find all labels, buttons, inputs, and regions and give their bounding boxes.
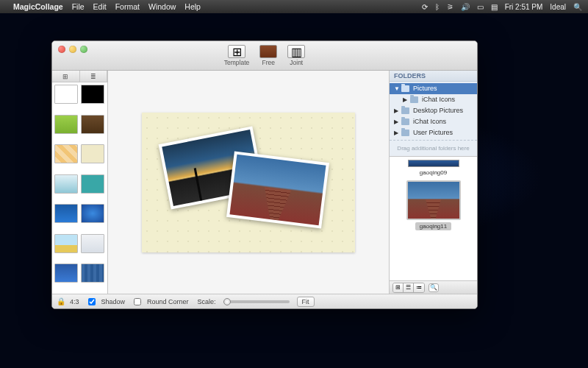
folder-label: iChat Icons bbox=[422, 95, 455, 105]
folder-label: Pictures bbox=[413, 84, 437, 93]
template-label: Template bbox=[224, 59, 250, 66]
clock[interactable]: Fri 2:51 PM bbox=[505, 3, 543, 11]
collage-canvas[interactable] bbox=[142, 113, 355, 252]
background-thumb[interactable] bbox=[81, 144, 104, 163]
tab-list[interactable]: ≣ bbox=[80, 71, 108, 82]
folder-label: User Pictures bbox=[413, 128, 453, 138]
folder-icon bbox=[410, 96, 418, 103]
folder-icon bbox=[401, 118, 409, 125]
folder-icon bbox=[401, 85, 409, 92]
app-menu[interactable]: MagicCollage bbox=[13, 2, 63, 11]
disclosure-right-icon[interactable]: ▶ bbox=[403, 95, 408, 105]
lock-icon[interactable]: 🔒 bbox=[57, 297, 65, 305]
photo-2-image bbox=[229, 154, 326, 224]
template-icon: ⊞ bbox=[228, 45, 245, 58]
shadow-label: Shadow bbox=[101, 298, 126, 305]
joint-button[interactable]: ▥ Joint bbox=[284, 43, 308, 68]
folder-icon bbox=[401, 130, 409, 136]
battery-icon[interactable]: ▭ bbox=[477, 3, 484, 11]
free-icon bbox=[259, 45, 277, 58]
canvas-area[interactable] bbox=[108, 71, 389, 294]
toolbar: ⊞ Template Free ▥ Joint bbox=[221, 43, 309, 68]
photo-2[interactable] bbox=[226, 151, 329, 228]
spotlight-icon[interactable]: 🔍 bbox=[573, 3, 582, 11]
search-button[interactable]: 🔍 bbox=[429, 283, 439, 292]
disclosure-right-icon[interactable]: ▶ bbox=[394, 128, 399, 138]
background-thumb[interactable] bbox=[81, 174, 104, 194]
folder-tree: ▼ Pictures ▶ iChat Icons ▶ Desktop Pictu… bbox=[390, 82, 477, 140]
folder-pictures[interactable]: ▼ Pictures bbox=[390, 83, 477, 94]
browser-thumb-2-label: gaoqing11 bbox=[415, 222, 451, 230]
free-label: Free bbox=[262, 59, 275, 66]
background-thumb[interactable] bbox=[81, 85, 104, 104]
disclosure-down-icon[interactable]: ▼ bbox=[394, 84, 399, 93]
folders-sidebar: FOLDERS ▼ Pictures ▶ iChat Icons ▶ Deskt… bbox=[389, 71, 477, 294]
drag-hint: Drag additional folders here bbox=[390, 140, 477, 157]
folder-icon bbox=[401, 107, 409, 114]
folders-header: FOLDERS bbox=[390, 71, 477, 82]
folder-desktop-pictures[interactable]: ▶ Desktop Pictures bbox=[390, 105, 477, 116]
slider-knob[interactable] bbox=[223, 298, 231, 305]
view-segmented: ⊞ ☰ ≔ bbox=[392, 283, 425, 293]
folder-ichat-icons-2[interactable]: ▶ iChat Icons bbox=[390, 116, 477, 127]
close-button[interactable] bbox=[58, 46, 65, 53]
round-corner-checkbox[interactable] bbox=[134, 298, 141, 305]
canvas-bottom-bar: 🔒 4:3 Shadow Round Corner Scale: Fit bbox=[52, 294, 477, 308]
browser-thumb-1[interactable] bbox=[408, 160, 459, 167]
background-thumb[interactable] bbox=[81, 234, 104, 253]
background-thumb[interactable] bbox=[54, 115, 78, 134]
background-thumb[interactable] bbox=[54, 85, 78, 104]
background-thumbnails bbox=[52, 82, 107, 294]
menu-window[interactable]: Window bbox=[148, 2, 176, 11]
window-titlebar[interactable]: ⊞ Template Free ▥ Joint bbox=[52, 41, 477, 71]
scale-slider[interactable] bbox=[223, 300, 290, 303]
menu-edit[interactable]: Edit bbox=[93, 2, 107, 11]
user-menu[interactable]: Ideal bbox=[550, 3, 566, 11]
sidebar-tabs: ⊞ ≣ bbox=[52, 71, 107, 82]
background-thumb[interactable] bbox=[54, 204, 78, 223]
menu-file[interactable]: File bbox=[72, 2, 85, 11]
folder-ichat-icons-1[interactable]: ▶ iChat Icons bbox=[390, 94, 477, 105]
macos-menubar: MagicCollage File Edit Format Window Hel… bbox=[0, 0, 588, 13]
tab-grid[interactable]: ⊞ bbox=[52, 71, 80, 82]
folder-label: Desktop Pictures bbox=[413, 106, 463, 116]
round-corner-label: Round Corner bbox=[147, 298, 189, 305]
window-controls bbox=[58, 46, 87, 53]
background-sidebar: ⊞ ≣ bbox=[52, 71, 108, 294]
view-grid-button[interactable]: ⊞ bbox=[393, 283, 404, 292]
free-button[interactable]: Free bbox=[257, 43, 280, 68]
background-thumb[interactable] bbox=[54, 234, 78, 253]
view-columns-button[interactable]: ☰ bbox=[404, 283, 414, 292]
background-thumb[interactable] bbox=[54, 263, 78, 283]
app-window: ⊞ Template Free ▥ Joint ⊞ ≣ bbox=[51, 40, 478, 309]
volume-icon[interactable]: 🔊 bbox=[461, 3, 470, 11]
scale-label: Scale: bbox=[198, 298, 216, 305]
browser-thumb-2[interactable] bbox=[406, 180, 461, 220]
flag-icon[interactable]: ▤ bbox=[491, 3, 498, 11]
menu-format[interactable]: Format bbox=[115, 2, 140, 11]
background-thumb[interactable] bbox=[81, 263, 104, 283]
image-browser: gaoqing09 gaoqing11 bbox=[390, 157, 477, 280]
bluetooth-icon[interactable]: ᛒ bbox=[435, 3, 440, 11]
background-thumb[interactable] bbox=[54, 144, 78, 163]
browser-thumb-1-label: gaoqing09 bbox=[420, 169, 447, 176]
background-thumb[interactable] bbox=[81, 204, 104, 223]
browser-thumb-2-image bbox=[408, 182, 459, 219]
disclosure-right-icon[interactable]: ▶ bbox=[394, 106, 399, 116]
template-button[interactable]: ⊞ Template bbox=[221, 43, 253, 68]
fit-button[interactable]: Fit bbox=[297, 297, 315, 307]
menu-help[interactable]: Help bbox=[184, 2, 201, 11]
zoom-button[interactable] bbox=[80, 46, 87, 53]
background-thumb[interactable] bbox=[54, 174, 78, 194]
disclosure-right-icon[interactable]: ▶ bbox=[394, 117, 399, 127]
shadow-checkbox[interactable] bbox=[88, 298, 96, 305]
view-list-button[interactable]: ≔ bbox=[414, 283, 424, 292]
joint-label: Joint bbox=[290, 59, 303, 66]
minimize-button[interactable] bbox=[69, 46, 76, 53]
aspect-ratio[interactable]: 4:3 bbox=[70, 298, 79, 305]
sync-icon[interactable]: ⟳ bbox=[422, 3, 428, 11]
background-thumb[interactable] bbox=[81, 115, 104, 134]
wifi-icon[interactable]: ⚞ bbox=[447, 3, 453, 11]
browser-view-controls: ⊞ ☰ ≔ 🔍 bbox=[390, 280, 477, 294]
folder-user-pictures[interactable]: ▶ User Pictures bbox=[390, 127, 477, 138]
